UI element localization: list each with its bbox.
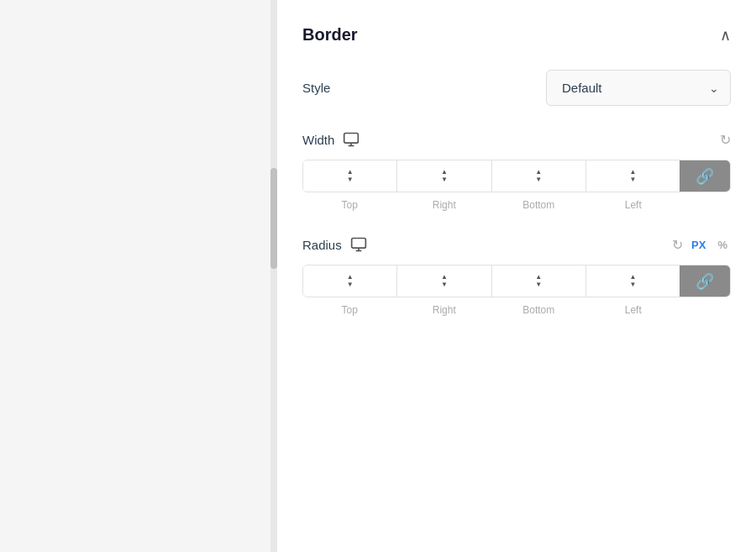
radius-title-group: Radius (302, 236, 367, 253)
radius-left-down-arrow-icon[interactable]: ▼ (629, 281, 636, 288)
radius-unit-percent-button[interactable]: % (714, 237, 731, 253)
radius-units: ↻ PX % (672, 237, 731, 253)
radius-top-spinner[interactable]: ▲ ▼ (347, 274, 354, 288)
width-monitor-icon (343, 131, 360, 148)
svg-rect-3 (351, 239, 365, 249)
width-bottom-up-arrow-icon[interactable]: ▲ (535, 169, 542, 176)
radius-left-spinner[interactable]: ▲ ▼ (629, 274, 636, 288)
width-left-input[interactable]: ▲ ▼ (586, 160, 680, 192)
radius-right-label: Right (397, 304, 492, 316)
width-left-spinner[interactable]: ▲ ▼ (629, 169, 636, 183)
radius-bottom-input[interactable]: ▲ ▼ (492, 265, 586, 297)
width-top-up-arrow-icon[interactable]: ▲ (347, 169, 354, 176)
radius-right-input[interactable]: ▲ ▼ (397, 265, 491, 297)
width-link-spacer (680, 199, 731, 211)
width-title-group: Width (302, 131, 360, 148)
width-top-input[interactable]: ▲ ▼ (303, 160, 397, 192)
radius-left-input[interactable]: ▲ ▼ (586, 265, 680, 297)
width-header: Width ↻ (302, 131, 731, 148)
width-subsection: Width ↻ ▲ ▼ (302, 131, 731, 211)
radius-top-up-arrow-icon[interactable]: ▲ (347, 274, 354, 281)
border-section-header: Border ∧ (302, 17, 731, 45)
radius-label: Radius (302, 238, 342, 252)
radius-right-up-arrow-icon[interactable]: ▲ (441, 274, 448, 281)
width-labels-row: Top Right Bottom Left (302, 199, 731, 211)
radius-monitor-icon (350, 236, 367, 253)
width-link-icon: 🔗 (696, 167, 714, 186)
width-right-input[interactable]: ▲ ▼ (397, 160, 491, 192)
radius-unit-px-button[interactable]: PX (688, 237, 709, 253)
width-bottom-label: Bottom (491, 199, 586, 211)
style-label: Style (302, 81, 330, 95)
width-left-down-arrow-icon[interactable]: ▼ (629, 176, 636, 183)
width-right-up-arrow-icon[interactable]: ▲ (441, 169, 448, 176)
style-row: Style Default Solid Dashed Dotted Double… (302, 70, 731, 106)
style-select[interactable]: Default Solid Dashed Dotted Double None (546, 70, 731, 106)
radius-right-spinner[interactable]: ▲ ▼ (441, 274, 448, 288)
radius-right-down-arrow-icon[interactable]: ▼ (441, 281, 448, 288)
width-bottom-down-arrow-icon[interactable]: ▼ (535, 176, 542, 183)
radius-bottom-label: Bottom (491, 304, 586, 316)
radius-top-input[interactable]: ▲ ▼ (303, 265, 397, 297)
right-panel: Border ∧ Style Default Solid Dashed Dott… (277, 0, 756, 552)
collapse-icon[interactable]: ∧ (720, 26, 731, 45)
radius-link-icon: 🔗 (696, 272, 714, 291)
width-bottom-spinner[interactable]: ▲ ▼ (535, 169, 542, 183)
radius-top-down-arrow-icon[interactable]: ▼ (347, 281, 354, 288)
radius-bottom-spinner[interactable]: ▲ ▼ (535, 274, 542, 288)
width-label: Width (302, 133, 334, 147)
radius-bottom-up-arrow-icon[interactable]: ▲ (535, 274, 542, 281)
width-bottom-input[interactable]: ▲ ▼ (492, 160, 586, 192)
width-right-label: Right (397, 199, 492, 211)
width-right-down-arrow-icon[interactable]: ▼ (441, 176, 448, 183)
scrollbar-thumb[interactable] (270, 168, 277, 269)
radius-bottom-down-arrow-icon[interactable]: ▼ (535, 281, 542, 288)
radius-labels-row: Top Right Bottom Left (302, 304, 731, 316)
width-top-down-arrow-icon[interactable]: ▼ (347, 176, 354, 183)
width-left-label: Left (586, 199, 681, 211)
style-select-wrapper: Default Solid Dashed Dotted Double None … (546, 70, 731, 106)
radius-header: Radius ↻ PX % (302, 236, 731, 253)
radius-link-spacer (680, 304, 731, 316)
svg-rect-0 (344, 134, 359, 144)
width-link-button[interactable]: 🔗 (680, 160, 730, 192)
width-left-up-arrow-icon[interactable]: ▲ (629, 169, 636, 176)
radius-subsection: Radius ↻ PX % ▲ ▼ (302, 236, 731, 316)
width-reset-icon[interactable]: ↻ (720, 132, 731, 148)
width-right-spinner[interactable]: ▲ ▼ (441, 169, 448, 183)
radius-left-label: Left (586, 304, 681, 316)
radius-left-up-arrow-icon[interactable]: ▲ (629, 274, 636, 281)
width-top-spinner[interactable]: ▲ ▼ (347, 169, 354, 183)
width-inputs-row: ▲ ▼ ▲ ▼ ▲ ▼ ▲ (302, 160, 731, 192)
radius-inputs-row: ▲ ▼ ▲ ▼ ▲ ▼ ▲ (302, 265, 731, 297)
radius-link-button[interactable]: 🔗 (680, 265, 730, 297)
left-panel (0, 0, 277, 552)
radius-top-label: Top (302, 304, 397, 316)
width-top-label: Top (302, 199, 397, 211)
radius-reset-icon[interactable]: ↻ (672, 237, 683, 253)
scrollbar-track (270, 0, 277, 552)
border-section-title: Border (302, 25, 358, 45)
